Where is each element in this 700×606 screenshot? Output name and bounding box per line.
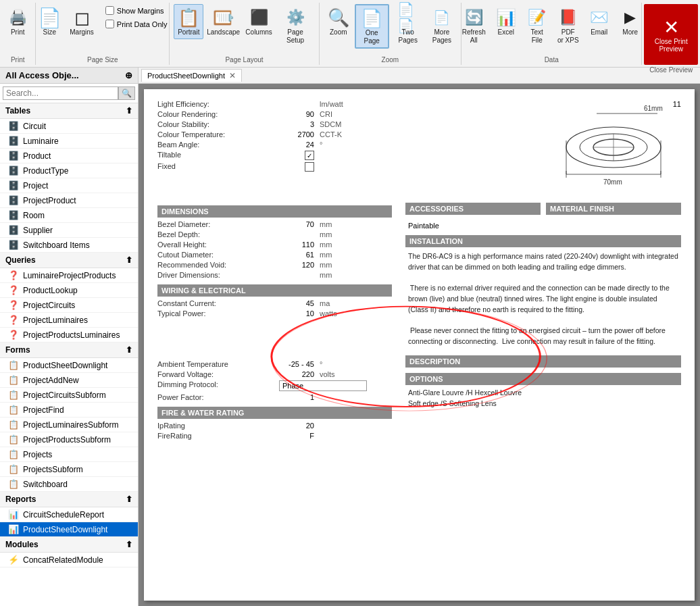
zoom-label: Zoom [330,28,347,36]
field-cutout-diameter: Cutout Diameter: 61 mm [157,251,392,259]
text-file-icon: 📝 [526,7,548,28]
queries-section-header[interactable]: Queries ⬆ [0,253,138,268]
field-dimming-protocol: Dimming Protocol: Phase [157,380,392,391]
more-icon: ▶ [620,7,641,28]
zoom-button[interactable]: 🔍 Zoom [324,4,353,39]
pl2-icon: ❓ [8,315,19,325]
forms-item-switchboard[interactable]: 📋Switchboard [0,477,138,492]
forms-item-projectaddnew[interactable]: 📋ProjectAddNew [0,373,138,388]
one-page-button[interactable]: 📄 One Page [355,4,389,49]
excel-button[interactable]: 📊 Excel [491,4,521,39]
forms-item-projectproductssubform[interactable]: 📋ProjectProductsSubform [0,432,138,447]
field-colour-stability: Colour Stability: 3 SDCM [157,120,539,128]
search-icon[interactable]: 🔍 [118,86,135,100]
tables-section-header[interactable]: Tables ⬆ [0,103,138,119]
tables-item-projectproduct[interactable]: 🗄️ProjectProduct [0,193,138,208]
more-pages-button[interactable]: 📄 MorePages [427,4,457,47]
wiring-header: WIRING & ELECTRICAL [157,284,392,297]
margins-label: Margins [70,28,94,36]
queries-item-projectproductsluminaires[interactable]: ❓ProjectProductsLuminaires [0,328,138,343]
producttype-icon: 🗄️ [8,166,19,176]
size-label: Size [43,28,56,36]
tables-item-circuit[interactable]: 🗄️Circuit [0,119,138,134]
tables-item-switchboard-items[interactable]: 🗄️Switchboard Items [0,238,138,253]
queries-item-productlookup[interactable]: ❓ProductLookup [0,283,138,298]
print-button[interactable]: 🖨️ Print [3,4,32,39]
search-bar: 🔍 [0,84,138,103]
doc-tab-close-icon[interactable]: ✕ [229,71,236,80]
accessories-header: ACCESSORIES [405,203,541,215]
forms-label: Forms [5,345,30,355]
forms-item-projectluminairessubform[interactable]: 📋ProjectLuminairesSubform [0,418,138,432]
more-button[interactable]: ▶ More [616,4,645,39]
reports-item-circuitschedulereport[interactable]: 📊CircuitScheduleReport [0,507,138,522]
queries-item-projectluminaires[interactable]: ❓ProjectLuminaires [0,313,138,328]
modules-section-header[interactable]: Modules ⬆ [0,537,138,553]
forms-item-projectcircuitssubform[interactable]: 📋ProjectCircuitsSubform [0,388,138,403]
product-image-svg: 61mm 7 [549,100,678,195]
pdf-button[interactable]: 📕 PDFor XPS [553,4,583,47]
show-margins-checkbox[interactable]: Show Margins [102,4,171,17]
tables-item-room[interactable]: 🗄️Room [0,208,138,223]
pssf-icon: 📋 [8,464,19,474]
field-bezel-diameter: Bezel Diameter: 70 mm [157,220,392,228]
doc-tab-productsheetdownlight[interactable]: ProductSheetDownlight ✕ [141,69,242,82]
forms-section-header[interactable]: Forms ⬆ [0,343,138,358]
queries-item-luminaireprojectproducts[interactable]: ❓LuminaireProjectProducts [0,268,138,283]
reports-section-header[interactable]: Reports ⬆ [0,492,138,507]
page-layout-group-label: Page Layout [225,55,263,64]
modules-collapse-icon: ⬆ [126,540,132,549]
tables-item-project[interactable]: 🗄️Project [0,178,138,193]
forms-item-projects[interactable]: 📋Projects [0,447,138,462]
tables-item-product[interactable]: 🗄️Product [0,149,138,163]
tiltable-checkbox: ✓ [305,151,314,160]
search-input[interactable] [3,86,118,100]
more-pages-label: MorePages [432,28,451,45]
ribbon-group-page-layout: 📋 Portrait 📋 Landscape ⬛ Columns ⚙️ Page… [170,3,320,65]
forms-item-projectssubform[interactable]: 📋ProjectsSubform [0,462,138,477]
landscape-button[interactable]: 📋 Landscape [205,4,242,39]
portrait-button[interactable]: 📋 Portrait [174,4,203,39]
pcs-icon: 📋 [8,390,19,400]
project-icon: 🗄️ [8,180,19,191]
page-size-group-label: Page Size [87,55,118,64]
size-button[interactable]: 📄 Size [34,4,64,39]
tables-collapse-icon: ⬆ [126,106,132,116]
forms-item-productsheetdownlight[interactable]: 📋ProductSheetDownlight [0,358,138,373]
tables-item-supplier[interactable]: 🗄️Supplier [0,223,138,238]
close-preview-group-label: Close Preview [649,65,693,74]
circuit-icon: 🗄️ [8,121,19,131]
field-ambient-temp: Ambient Temperature -25 - 45 ° [157,360,392,368]
field-fixed: Fixed [157,162,539,173]
text-file-label: TextFile [531,28,543,45]
left-nav: All Access Obje... ⊕ 🔍 Tables ⬆ 🗄️Circui… [0,68,139,606]
two-pages-button[interactable]: 📄📄 Two Pages [391,4,426,47]
tables-section: Tables ⬆ 🗄️Circuit 🗄️Luminaire 🗄️Product… [0,103,138,253]
field-bezel-depth: Bezel Depth: mm [157,230,392,238]
field-recommended-void: Recommended Void: 120 mm [157,261,392,269]
tables-item-luminaire[interactable]: 🗄️Luminaire [0,134,138,149]
nav-header-icon[interactable]: ⊕ [125,70,132,80]
field-power-factor: Power Factor: 1 [157,393,392,401]
show-margins-label: Show Margins [117,7,164,15]
field-forward-voltage: Forward Voltage: 220 volts [157,370,392,378]
modules-item-concatrelated[interactable]: ⚡ConcatRelatedModule [0,553,138,567]
email-button[interactable]: ✉️ Email [584,4,614,39]
text-file-button[interactable]: 📝 TextFile [522,4,552,47]
refresh-label: RefreshAll [462,28,486,45]
refresh-all-button[interactable]: 🔄 RefreshAll [458,4,490,47]
tables-item-producttype[interactable]: 🗄️ProductType [0,163,138,178]
reports-item-productsheetdownlight[interactable]: 📊ProductSheetDownlight [0,522,138,537]
page-setup-button[interactable]: ⚙️ Page Setup [276,4,315,47]
columns-button[interactable]: ⬛ Columns [243,4,274,39]
close-print-preview-button[interactable]: ✕ Close PrintPreview [644,4,698,65]
ribbon-group-page-size: 📄 Size ◻ Margins Show Margins Print Data… [36,3,170,65]
print-data-only-checkbox[interactable]: Print Data Only [102,18,171,30]
queries-item-projectcircuits[interactable]: ❓ProjectCircuits [0,298,138,313]
queries-section: Queries ⬆ ❓LuminaireProjectProducts ❓Pro… [0,253,138,343]
email-icon: ✉️ [589,7,610,28]
forms-item-projectfind[interactable]: 📋ProjectFind [0,403,138,418]
margins-button[interactable]: ◻ Margins [66,4,98,39]
size-icon: 📄 [39,7,60,28]
options-text: Anti-Glare Louvre /H Hexcell Louvre Soft… [405,388,681,409]
